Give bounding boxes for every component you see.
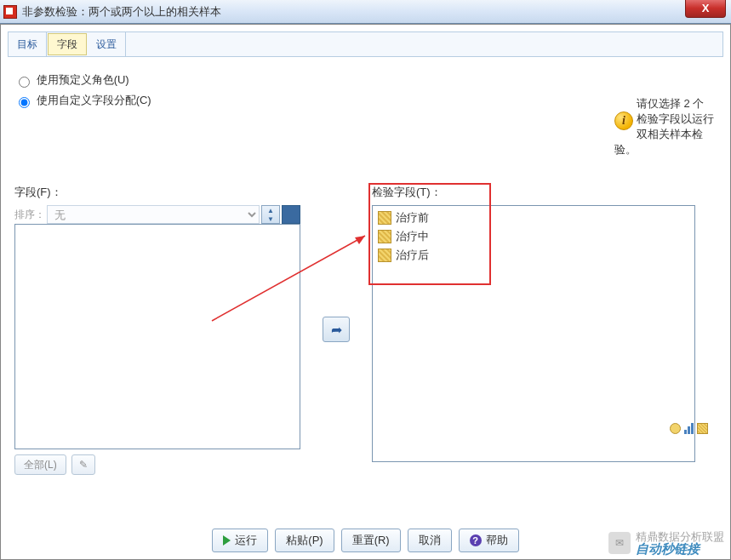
close-icon: X [702, 2, 710, 14]
sort-asc-icon: ▲ [262, 206, 279, 214]
reset-label: 重置(R) [352, 533, 390, 548]
scale-icon [378, 249, 391, 262]
test-fields-label: 检验字段(T)： [372, 185, 695, 200]
radio-input-predefined[interactable] [19, 77, 30, 88]
tab-label: 字段 [57, 37, 77, 52]
test-fields-panel: 检验字段(T)： 治疗前 治疗中 治疗后 [372, 185, 695, 462]
transfer-column: ➦ [311, 185, 362, 440]
tab-objective[interactable]: 目标 [9, 32, 47, 56]
all-button[interactable]: 全部(L) [14, 454, 66, 475]
run-label: 运行 [235, 533, 257, 548]
source-fields-panel: 字段(F)： 排序： 无 ▲ ▼ 全部(L) [14, 185, 300, 475]
hint-box: i 请仅选择 2 个检验字段以运行双相关样本检验。 [614, 96, 715, 157]
source-fields-label: 字段(F)： [14, 185, 300, 200]
all-button-label: 全部(L) [24, 459, 57, 471]
title-bar: 非参数检验：两个或两个以上的相关样本 X [0, 0, 731, 24]
tab-label: 目标 [17, 37, 37, 52]
radio-custom-assignment[interactable]: 使用自定义字段分配(C) [14, 93, 717, 108]
list-item-label: 治疗中 [396, 229, 429, 244]
move-right-button[interactable]: ➦ [323, 317, 350, 342]
run-button[interactable]: 运行 [212, 529, 268, 552]
list-item[interactable]: 治疗前 [376, 209, 691, 227]
scale-icon [378, 211, 391, 225]
sort-desc-icon: ▼ [262, 214, 279, 223]
app-icon [3, 5, 17, 19]
sort-label: 排序： [14, 208, 45, 222]
radio-label: 使用自定义字段分配(C) [37, 94, 151, 106]
scale-measure-icon [697, 423, 708, 434]
radio-label: 使用预定义角色(U) [37, 73, 129, 86]
dialog-body: 目标 字段 设置 使用预定义角色(U) 使用自定义字段分配(C) i 请仅选择 … [0, 24, 731, 560]
tab-label: 设置 [96, 37, 117, 52]
tab-strip: 目标 字段 设置 [8, 31, 723, 57]
tab-fields[interactable]: 字段 [48, 33, 87, 55]
sort-row: 排序： 无 ▲ ▼ [14, 205, 300, 224]
list-item[interactable]: 治疗后 [376, 246, 691, 265]
cancel-button[interactable]: 取消 [408, 529, 452, 552]
fields-area: 字段(F)： 排序： 无 ▲ ▼ 全部(L) [14, 185, 717, 475]
watermark-line2: 自动秒链接 [636, 543, 724, 555]
watermark: ✉ 精鼎数据分析联盟 自动秒链接 [608, 531, 724, 555]
radio-predefined-roles[interactable]: 使用预定义角色(U) [14, 72, 717, 88]
wechat-icon: ✉ [608, 532, 631, 554]
reset-button[interactable]: 重置(R) [341, 529, 401, 552]
arrow-right-icon: ➦ [331, 322, 342, 338]
list-item[interactable]: 治疗中 [376, 227, 691, 246]
paste-label: 粘贴(P) [286, 533, 323, 548]
test-fields-listbox[interactable]: 治疗前 治疗中 治疗后 [372, 205, 695, 462]
help-button[interactable]: ? 帮助 [459, 529, 519, 552]
cancel-label: 取消 [419, 533, 441, 548]
help-icon: ? [470, 534, 482, 546]
pencil-icon: ✎ [79, 459, 88, 471]
scale-icon [378, 230, 391, 243]
paste-button[interactable]: 粘贴(P) [275, 529, 334, 552]
info-icon: i [614, 111, 633, 130]
tab-content: 使用预定义角色(U) 使用自定义字段分配(C) i 请仅选择 2 个检验字段以运… [8, 57, 723, 485]
list-item-label: 治疗前 [396, 210, 429, 226]
sort-select[interactable]: 无 [47, 205, 260, 224]
sort-order-toggle[interactable]: ▲ ▼ [261, 205, 280, 224]
sort-extra-button[interactable] [282, 205, 300, 224]
source-fields-listbox[interactable] [14, 224, 300, 449]
list-item-label: 治疗后 [396, 248, 429, 263]
help-label: 帮助 [486, 533, 508, 548]
watermark-text: 精鼎数据分析联盟 自动秒链接 [636, 531, 724, 555]
close-button[interactable]: X [685, 0, 726, 18]
measurement-level-icons [670, 423, 708, 434]
play-icon [223, 535, 231, 546]
window-title: 非参数检验：两个或两个以上的相关样本 [22, 4, 221, 20]
tab-settings[interactable]: 设置 [88, 32, 126, 56]
radio-input-custom[interactable] [19, 97, 30, 108]
nominal-icon [670, 423, 681, 434]
ordinal-icon [684, 423, 694, 434]
below-source-list: 全部(L) ✎ [14, 454, 300, 475]
edit-button[interactable]: ✎ [71, 454, 95, 475]
